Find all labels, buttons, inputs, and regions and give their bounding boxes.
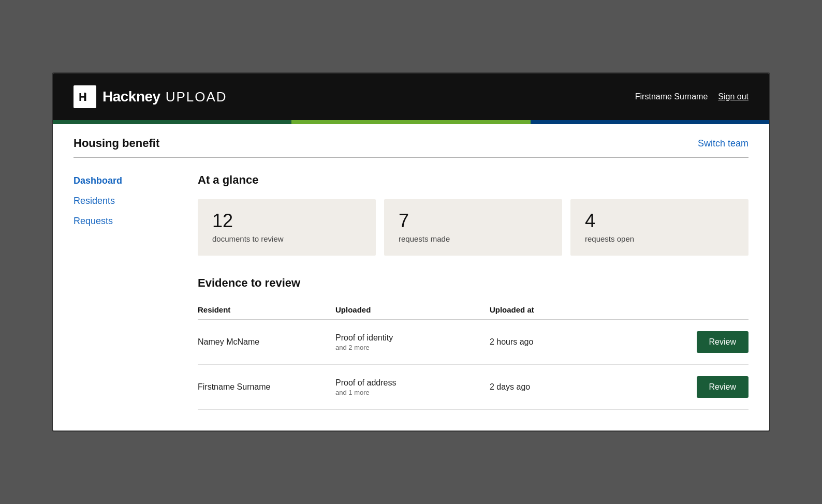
uploaded-at-1: 2 hours ago xyxy=(490,320,627,365)
main-content: Dashboard Residents Requests At a glance… xyxy=(53,158,769,431)
resident-name-2: Firstname Surname xyxy=(198,365,335,410)
col-header-resident: Resident xyxy=(198,300,335,320)
uploaded-main-1: Proof of identity xyxy=(335,333,490,343)
resident-name-1: Namey McName xyxy=(198,320,335,365)
stripe-light-green xyxy=(291,120,530,124)
uploaded-docs-2: Proof of address and 1 more xyxy=(335,365,490,410)
uploaded-at-2: 2 days ago xyxy=(490,365,627,410)
col-header-uploaded: Uploaded xyxy=(335,300,490,320)
stripe-dark-green xyxy=(53,120,291,124)
sidebar-item-dashboard[interactable]: Dashboard xyxy=(74,175,187,186)
table-row: Firstname Surname Proof of address and 1… xyxy=(198,365,748,410)
logo: H Hackney UPLOAD xyxy=(74,85,227,108)
header-user-area: Firstname Surname Sign out xyxy=(635,92,748,101)
uploaded-sub-2: and 1 more xyxy=(335,389,490,396)
col-header-action xyxy=(627,300,748,320)
sidebar-item-requests[interactable]: Requests xyxy=(74,216,187,227)
uploaded-docs-1: Proof of identity and 2 more xyxy=(335,320,490,365)
stat-number-documents: 12 xyxy=(212,212,361,230)
stat-card-requests-made: 7 requests made xyxy=(384,199,562,256)
logo-hackney-text: Hackney xyxy=(102,88,160,105)
evidence-title: Evidence to review xyxy=(198,276,748,290)
logo-upload-text: UPLOAD xyxy=(166,89,227,105)
switch-team-link[interactable]: Switch team xyxy=(698,138,748,149)
sidebar: Dashboard Residents Requests xyxy=(74,173,187,410)
header: H Hackney UPLOAD Firstname Surname Sign … xyxy=(53,73,769,120)
evidence-table: Resident Uploaded Uploaded at Namey McNa… xyxy=(198,300,748,410)
stats-row: 12 documents to review 7 requests made 4… xyxy=(198,199,748,256)
uploaded-main-2: Proof of address xyxy=(335,378,490,388)
color-stripe-bar xyxy=(53,120,769,124)
evidence-section: Evidence to review Resident Uploaded Upl… xyxy=(198,276,748,410)
stat-label-requests-open: requests open xyxy=(585,234,734,243)
stat-card-requests-open: 4 requests open xyxy=(570,199,748,256)
hackney-logo-icon: H xyxy=(74,85,96,108)
action-cell-2: Review xyxy=(627,365,748,410)
sidebar-item-residents[interactable]: Residents xyxy=(74,196,187,206)
dashboard-content: At a glance 12 documents to review 7 req… xyxy=(187,173,748,410)
col-header-uploaded-at: Uploaded at xyxy=(490,300,627,320)
at-a-glance-title: At a glance xyxy=(198,173,748,187)
stat-number-requests-open: 4 xyxy=(585,212,734,230)
uploaded-sub-1: and 2 more xyxy=(335,344,490,351)
header-username: Firstname Surname xyxy=(635,92,708,101)
signout-link[interactable]: Sign out xyxy=(718,92,748,101)
stat-label-documents: documents to review xyxy=(212,234,361,243)
review-button-2[interactable]: Review xyxy=(697,376,748,398)
table-row: Namey McName Proof of identity and 2 mor… xyxy=(198,320,748,365)
app-frame: H Hackney UPLOAD Firstname Surname Sign … xyxy=(52,72,770,432)
team-title: Housing benefit xyxy=(74,137,159,150)
stat-label-requests-made: requests made xyxy=(399,234,548,243)
review-button-1[interactable]: Review xyxy=(697,331,748,353)
stripe-dark-blue xyxy=(531,120,769,124)
action-cell-1: Review xyxy=(627,320,748,365)
stat-card-documents: 12 documents to review xyxy=(198,199,376,256)
team-header: Housing benefit Switch team xyxy=(53,124,769,150)
stat-number-requests-made: 7 xyxy=(399,212,548,230)
